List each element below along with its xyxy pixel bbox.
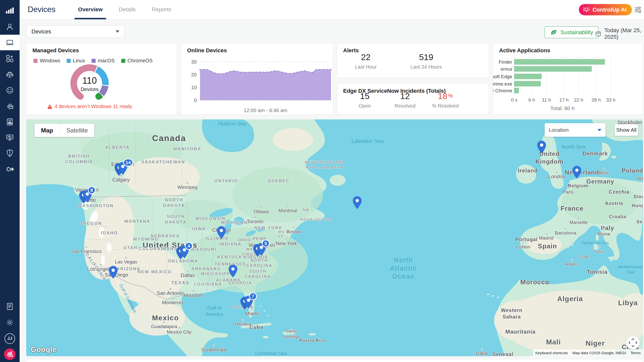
sidebar-item-experience[interactable] xyxy=(0,82,20,98)
city-dot xyxy=(163,321,165,324)
app-logo-icon[interactable] xyxy=(0,3,20,19)
map-pin-cluster-4[interactable]: 4 xyxy=(180,245,189,258)
date-label: Today (Mar 25, 2025) xyxy=(604,27,644,40)
controlup-ai-button[interactable]: ControlUp AI xyxy=(579,4,632,15)
avatar-initials: JJ xyxy=(5,333,15,344)
city-dot xyxy=(100,264,102,266)
active-applications-bar-chart: 0 s6 h11 h17 h22 h28 h33 hFindersrmuiMic… xyxy=(493,43,643,115)
map-canvas xyxy=(26,119,643,356)
pin-count-badge: 4 xyxy=(185,242,193,250)
map-pin-icon xyxy=(108,266,118,280)
warning-icon xyxy=(47,104,53,109)
lightbulb-icon xyxy=(583,7,590,13)
map-pin[interactable] xyxy=(108,266,118,279)
svg-text:6 h: 6 h xyxy=(529,97,535,103)
map-pin-icon xyxy=(228,264,238,279)
keyboard-shortcuts-link[interactable]: Keyboard shortcuts xyxy=(533,349,570,356)
controlup-brand-icon[interactable] xyxy=(0,346,20,362)
map-type-map[interactable]: Map xyxy=(34,124,60,137)
sidebar-item-apps[interactable] xyxy=(0,51,20,66)
sustainability-button[interactable]: Sustainability xyxy=(545,26,598,38)
city-dot xyxy=(254,216,256,218)
location-dropdown-label: Location xyxy=(549,127,569,133)
pin-count-badge: 5 xyxy=(262,240,270,247)
tab-overview[interactable]: Overview xyxy=(74,0,106,19)
map-pin[interactable] xyxy=(217,226,226,239)
map-data-label: Map data ©2025 Google, INEGI xyxy=(570,349,628,356)
city-dot xyxy=(598,246,600,249)
svg-text:30: 30 xyxy=(191,59,197,65)
svg-text:20: 20 xyxy=(191,72,197,77)
city-dot xyxy=(578,217,580,220)
city-dot xyxy=(172,297,174,300)
svg-text:28 h: 28 h xyxy=(591,97,601,103)
map-pin-icon xyxy=(217,226,226,240)
sidebar: JJ xyxy=(0,0,20,362)
svg-text:10: 10 xyxy=(191,85,197,90)
top-bar: Devices OverviewDetailsReports ControlUp… xyxy=(20,0,644,19)
map-pin-cluster-5[interactable]: 5 xyxy=(257,243,266,256)
map-pin[interactable] xyxy=(228,264,238,278)
city-dot xyxy=(260,206,262,209)
sidebar-item-users[interactable] xyxy=(0,19,20,35)
map-pin[interactable] xyxy=(537,141,546,154)
device-map[interactable]: Hudson BayLabrador SeaNorth Atlantic Oce… xyxy=(26,119,643,356)
user-avatar[interactable]: JJ xyxy=(0,331,20,346)
stat-last-hour: 22Last Hour xyxy=(338,52,393,70)
sidebar-item-reports[interactable] xyxy=(0,114,20,130)
chevron-down-icon xyxy=(597,129,601,131)
time-range-label: 12:00 am - 8:46 am xyxy=(200,108,331,113)
map-pin-icon xyxy=(572,166,582,180)
sidebar-item-automation[interactable] xyxy=(0,161,20,177)
svg-text:prime.exe: prime.exe xyxy=(493,81,512,86)
svg-text:srmui: srmui xyxy=(501,66,512,72)
show-all-button[interactable]: Show All xyxy=(615,124,638,136)
date-picker[interactable]: Today (Mar 25, 2025) xyxy=(595,27,644,40)
google-logo[interactable]: Google xyxy=(31,345,57,354)
page-title: Devices xyxy=(28,5,55,14)
svg-text:0: 0 xyxy=(194,98,197,103)
city-dot xyxy=(169,288,172,290)
terms-link[interactable]: Terms xyxy=(628,349,643,356)
stat-last-24-hours: 519Last 24 Hours xyxy=(398,52,454,70)
city-dot xyxy=(571,259,573,261)
svg-text:33 h: 33 h xyxy=(606,97,616,103)
view-settings-icon[interactable] xyxy=(634,6,642,15)
main-area: Devices OverviewDetailsReports ControlUp… xyxy=(20,0,644,362)
stat--resolved: 18%% Resolved xyxy=(418,91,473,109)
sidebar-item-security[interactable] xyxy=(0,145,20,161)
sidebar-item-support[interactable] xyxy=(0,67,20,82)
city-dot xyxy=(603,168,605,170)
leaf-icon xyxy=(550,29,557,36)
tabs: OverviewDetailsReports xyxy=(70,0,179,19)
location-dropdown[interactable]: Location xyxy=(545,123,606,137)
city-dot xyxy=(565,228,567,230)
tab-reports[interactable]: Reports xyxy=(148,0,175,19)
sidebar-item-devices[interactable] xyxy=(0,35,20,50)
map-pin-icon xyxy=(537,141,546,155)
map-type-satellite[interactable]: Satellite xyxy=(60,124,94,137)
map-pin[interactable] xyxy=(572,166,582,179)
map-pin-cluster-8[interactable]: 8 xyxy=(83,190,92,203)
pin-count-badge: 14 xyxy=(123,159,133,166)
map-pin-cluster-7[interactable]: 7 xyxy=(244,296,253,309)
svg-text:Total: 80 h: Total: 80 h xyxy=(550,105,575,111)
map-attribution: Keyboard shortcuts Map data ©2025 Google… xyxy=(533,349,643,356)
windows11-warning[interactable]: 4 devices aren’t Windows 11 ready xyxy=(26,104,153,109)
map-pin[interactable] xyxy=(352,196,362,209)
sidebar-item-release-notes[interactable] xyxy=(0,299,20,314)
sidebar-item-cloud-apps[interactable] xyxy=(0,99,20,114)
managed-devices-card: Managed Devices WindowsLinuxmacOSChromeO… xyxy=(26,43,177,115)
city-dot xyxy=(85,246,88,248)
sidebar-item-settings[interactable] xyxy=(0,315,20,330)
city-dot xyxy=(293,227,295,229)
sidebar-item-monitoring[interactable] xyxy=(0,130,20,145)
tab-details[interactable]: Details xyxy=(115,0,139,19)
map-pin-cluster-14[interactable]: 14 xyxy=(118,162,128,175)
city-dot xyxy=(481,348,483,351)
svg-text:Google Chrome: Google Chrome xyxy=(493,88,512,93)
pan-control[interactable] xyxy=(626,336,640,349)
next-section-strip xyxy=(26,359,643,362)
scope-dropdown[interactable]: Devices xyxy=(26,25,125,38)
alerts-card: Alerts 22Last Hour519Last 24 Hours xyxy=(337,43,489,78)
